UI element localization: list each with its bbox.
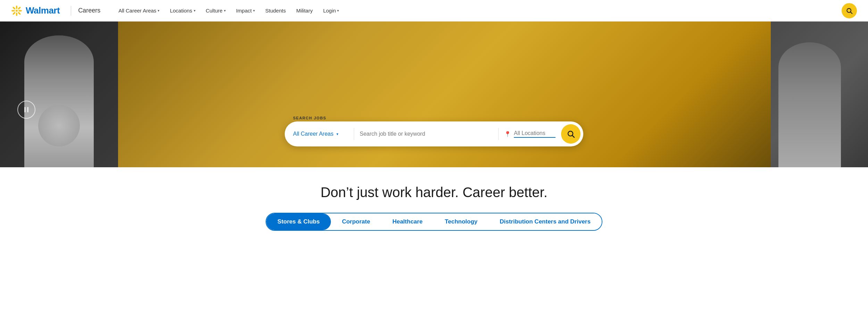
nav-item-locations[interactable]: Locations ▾ <box>166 6 199 16</box>
svg-rect-12 <box>27 107 28 112</box>
walmart-spark-icon <box>11 5 22 16</box>
nav-item-impact[interactable]: Impact ▾ <box>232 6 259 16</box>
search-submit-icon <box>567 130 575 138</box>
hero-section: SEARCH JOBS All Career Areas ▾ 📍 <box>0 22 868 167</box>
svg-point-1 <box>16 6 17 9</box>
svg-point-0 <box>16 10 18 12</box>
location-search-input[interactable] <box>514 130 556 138</box>
search-icon <box>846 7 853 14</box>
career-area-chevron-icon: ▾ <box>336 132 339 136</box>
svg-point-5 <box>12 6 16 10</box>
search-box: All Career Areas ▾ 📍 <box>285 121 583 146</box>
tab-healthcare[interactable]: Healthcare <box>381 213 434 230</box>
svg-point-2 <box>16 12 17 16</box>
nav-links-container: All Career Areas ▾ Locations ▾ Culture ▾… <box>114 6 842 16</box>
main-content: Don’t just work harder. Career better. S… <box>0 167 868 241</box>
location-search-area[interactable]: 📍 <box>499 127 561 141</box>
main-navigation: Walmart Careers All Career Areas ▾ Locat… <box>0 0 868 22</box>
tagline-heading: Don’t just work harder. Career better. <box>0 185 868 200</box>
tab-stores-clubs[interactable]: Stores & Clubs <box>266 213 331 230</box>
svg-line-14 <box>573 136 575 138</box>
location-pin-icon: 📍 <box>504 131 511 137</box>
svg-rect-11 <box>24 107 25 112</box>
walmart-logo[interactable]: Walmart <box>11 5 60 16</box>
hero-left-person <box>0 22 118 167</box>
nav-item-culture[interactable]: Culture ▾ <box>202 6 230 16</box>
nav-item-login[interactable]: Login ▾ <box>319 6 343 16</box>
nav-item-military[interactable]: Military <box>292 6 317 16</box>
svg-line-10 <box>851 12 852 14</box>
keyword-search-input[interactable] <box>354 128 499 140</box>
walmart-wordmark: Walmart <box>26 5 60 16</box>
locations-chevron-icon: ▾ <box>194 9 195 12</box>
tab-distribution[interactable]: Distribution Centers and Drivers <box>489 213 602 230</box>
nav-search-button[interactable] <box>842 3 857 18</box>
careers-label: Careers <box>78 7 100 14</box>
career-areas-chevron-icon: ▾ <box>158 9 159 12</box>
nav-item-career-areas[interactable]: All Career Areas ▾ <box>114 6 164 16</box>
pause-icon <box>23 106 30 113</box>
svg-point-8 <box>12 11 16 15</box>
impact-chevron-icon: ▾ <box>253 9 255 12</box>
svg-point-3 <box>11 10 15 11</box>
svg-point-6 <box>17 11 21 15</box>
search-jobs-label: SEARCH JOBS <box>285 116 583 120</box>
hero-right-person <box>771 22 868 167</box>
search-container: SEARCH JOBS All Career Areas ▾ 📍 <box>285 116 583 146</box>
svg-point-7 <box>17 6 21 10</box>
career-area-selected: All Career Areas <box>293 131 334 137</box>
tab-technology[interactable]: Technology <box>434 213 489 230</box>
hero-pause-button[interactable] <box>17 101 35 119</box>
login-chevron-icon: ▾ <box>337 9 339 12</box>
nav-divider <box>71 6 71 16</box>
culture-chevron-icon: ▾ <box>224 9 226 12</box>
career-area-dropdown[interactable]: All Career Areas ▾ <box>292 128 354 140</box>
category-tabs: Stores & Clubs Corporate Healthcare Tech… <box>266 213 602 231</box>
search-submit-button[interactable] <box>561 124 581 144</box>
nav-item-students[interactable]: Students <box>261 6 290 16</box>
svg-point-4 <box>18 10 22 11</box>
tab-corporate[interactable]: Corporate <box>331 213 381 230</box>
